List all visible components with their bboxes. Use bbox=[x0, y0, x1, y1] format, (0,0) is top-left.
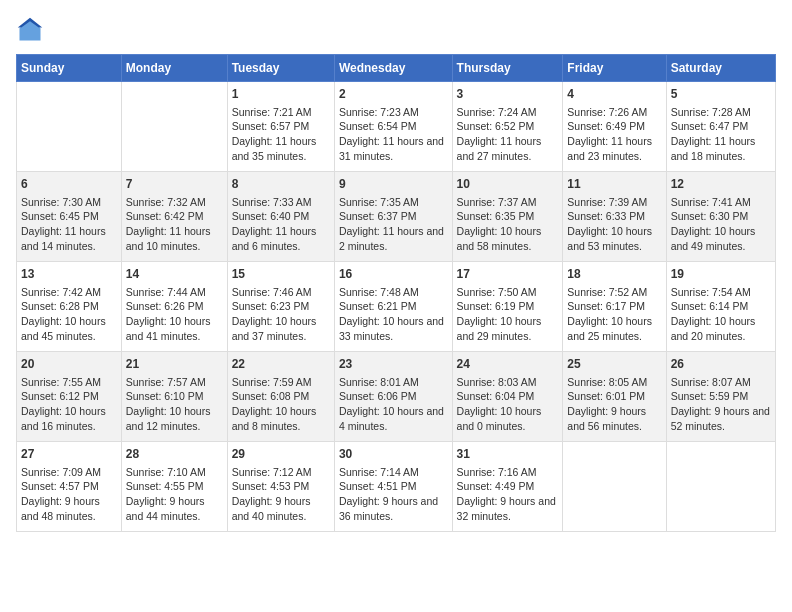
header-friday: Friday bbox=[563, 55, 666, 82]
day-number: 21 bbox=[126, 356, 223, 373]
day-info: Sunrise: 7:52 AM Sunset: 6:17 PM Dayligh… bbox=[567, 285, 661, 344]
calendar-cell: 15Sunrise: 7:46 AM Sunset: 6:23 PM Dayli… bbox=[227, 262, 334, 352]
day-info: Sunrise: 8:03 AM Sunset: 6:04 PM Dayligh… bbox=[457, 375, 559, 434]
calendar-cell bbox=[666, 442, 775, 532]
day-info: Sunrise: 7:46 AM Sunset: 6:23 PM Dayligh… bbox=[232, 285, 330, 344]
header-wednesday: Wednesday bbox=[334, 55, 452, 82]
header-tuesday: Tuesday bbox=[227, 55, 334, 82]
day-number: 25 bbox=[567, 356, 661, 373]
day-info: Sunrise: 7:55 AM Sunset: 6:12 PM Dayligh… bbox=[21, 375, 117, 434]
day-number: 26 bbox=[671, 356, 771, 373]
logo-icon bbox=[16, 16, 44, 44]
day-info: Sunrise: 7:24 AM Sunset: 6:52 PM Dayligh… bbox=[457, 105, 559, 164]
day-info: Sunrise: 7:23 AM Sunset: 6:54 PM Dayligh… bbox=[339, 105, 448, 164]
day-info: Sunrise: 7:48 AM Sunset: 6:21 PM Dayligh… bbox=[339, 285, 448, 344]
day-number: 10 bbox=[457, 176, 559, 193]
day-number: 22 bbox=[232, 356, 330, 373]
day-number: 19 bbox=[671, 266, 771, 283]
calendar-cell: 31Sunrise: 7:16 AM Sunset: 4:49 PM Dayli… bbox=[452, 442, 563, 532]
calendar-cell: 20Sunrise: 7:55 AM Sunset: 6:12 PM Dayli… bbox=[17, 352, 122, 442]
day-info: Sunrise: 7:39 AM Sunset: 6:33 PM Dayligh… bbox=[567, 195, 661, 254]
day-number: 11 bbox=[567, 176, 661, 193]
calendar-cell: 30Sunrise: 7:14 AM Sunset: 4:51 PM Dayli… bbox=[334, 442, 452, 532]
day-info: Sunrise: 7:32 AM Sunset: 6:42 PM Dayligh… bbox=[126, 195, 223, 254]
calendar-cell bbox=[17, 82, 122, 172]
day-number: 24 bbox=[457, 356, 559, 373]
day-number: 3 bbox=[457, 86, 559, 103]
day-info: Sunrise: 7:37 AM Sunset: 6:35 PM Dayligh… bbox=[457, 195, 559, 254]
day-info: Sunrise: 7:26 AM Sunset: 6:49 PM Dayligh… bbox=[567, 105, 661, 164]
calendar-table: SundayMondayTuesdayWednesdayThursdayFrid… bbox=[16, 54, 776, 532]
day-info: Sunrise: 7:44 AM Sunset: 6:26 PM Dayligh… bbox=[126, 285, 223, 344]
calendar-cell: 6Sunrise: 7:30 AM Sunset: 6:45 PM Daylig… bbox=[17, 172, 122, 262]
day-number: 12 bbox=[671, 176, 771, 193]
day-number: 20 bbox=[21, 356, 117, 373]
day-number: 13 bbox=[21, 266, 117, 283]
calendar-cell: 10Sunrise: 7:37 AM Sunset: 6:35 PM Dayli… bbox=[452, 172, 563, 262]
calendar-cell: 18Sunrise: 7:52 AM Sunset: 6:17 PM Dayli… bbox=[563, 262, 666, 352]
calendar-cell: 11Sunrise: 7:39 AM Sunset: 6:33 PM Dayli… bbox=[563, 172, 666, 262]
week-row-2: 6Sunrise: 7:30 AM Sunset: 6:45 PM Daylig… bbox=[17, 172, 776, 262]
day-info: Sunrise: 7:54 AM Sunset: 6:14 PM Dayligh… bbox=[671, 285, 771, 344]
day-info: Sunrise: 7:42 AM Sunset: 6:28 PM Dayligh… bbox=[21, 285, 117, 344]
calendar-cell: 2Sunrise: 7:23 AM Sunset: 6:54 PM Daylig… bbox=[334, 82, 452, 172]
day-number: 2 bbox=[339, 86, 448, 103]
day-info: Sunrise: 7:30 AM Sunset: 6:45 PM Dayligh… bbox=[21, 195, 117, 254]
day-number: 28 bbox=[126, 446, 223, 463]
calendar-cell: 17Sunrise: 7:50 AM Sunset: 6:19 PM Dayli… bbox=[452, 262, 563, 352]
day-info: Sunrise: 7:10 AM Sunset: 4:55 PM Dayligh… bbox=[126, 465, 223, 524]
header-monday: Monday bbox=[121, 55, 227, 82]
calendar-cell: 23Sunrise: 8:01 AM Sunset: 6:06 PM Dayli… bbox=[334, 352, 452, 442]
day-info: Sunrise: 8:01 AM Sunset: 6:06 PM Dayligh… bbox=[339, 375, 448, 434]
calendar-cell: 28Sunrise: 7:10 AM Sunset: 4:55 PM Dayli… bbox=[121, 442, 227, 532]
calendar-cell: 25Sunrise: 8:05 AM Sunset: 6:01 PM Dayli… bbox=[563, 352, 666, 442]
calendar-cell: 19Sunrise: 7:54 AM Sunset: 6:14 PM Dayli… bbox=[666, 262, 775, 352]
day-number: 4 bbox=[567, 86, 661, 103]
day-info: Sunrise: 7:50 AM Sunset: 6:19 PM Dayligh… bbox=[457, 285, 559, 344]
calendar-cell: 21Sunrise: 7:57 AM Sunset: 6:10 PM Dayli… bbox=[121, 352, 227, 442]
calendar-cell: 12Sunrise: 7:41 AM Sunset: 6:30 PM Dayli… bbox=[666, 172, 775, 262]
logo bbox=[16, 16, 48, 44]
day-number: 29 bbox=[232, 446, 330, 463]
week-row-5: 27Sunrise: 7:09 AM Sunset: 4:57 PM Dayli… bbox=[17, 442, 776, 532]
day-number: 17 bbox=[457, 266, 559, 283]
day-number: 1 bbox=[232, 86, 330, 103]
calendar-cell bbox=[121, 82, 227, 172]
calendar-cell: 22Sunrise: 7:59 AM Sunset: 6:08 PM Dayli… bbox=[227, 352, 334, 442]
day-number: 6 bbox=[21, 176, 117, 193]
calendar-cell: 27Sunrise: 7:09 AM Sunset: 4:57 PM Dayli… bbox=[17, 442, 122, 532]
calendar-cell: 26Sunrise: 8:07 AM Sunset: 5:59 PM Dayli… bbox=[666, 352, 775, 442]
day-info: Sunrise: 7:57 AM Sunset: 6:10 PM Dayligh… bbox=[126, 375, 223, 434]
header-sunday: Sunday bbox=[17, 55, 122, 82]
day-number: 5 bbox=[671, 86, 771, 103]
calendar-cell bbox=[563, 442, 666, 532]
day-info: Sunrise: 7:28 AM Sunset: 6:47 PM Dayligh… bbox=[671, 105, 771, 164]
week-row-1: 1Sunrise: 7:21 AM Sunset: 6:57 PM Daylig… bbox=[17, 82, 776, 172]
header-saturday: Saturday bbox=[666, 55, 775, 82]
calendar-cell: 16Sunrise: 7:48 AM Sunset: 6:21 PM Dayli… bbox=[334, 262, 452, 352]
calendar-cell: 24Sunrise: 8:03 AM Sunset: 6:04 PM Dayli… bbox=[452, 352, 563, 442]
day-info: Sunrise: 7:35 AM Sunset: 6:37 PM Dayligh… bbox=[339, 195, 448, 254]
page-header bbox=[16, 16, 776, 44]
calendar-cell: 3Sunrise: 7:24 AM Sunset: 6:52 PM Daylig… bbox=[452, 82, 563, 172]
day-info: Sunrise: 7:16 AM Sunset: 4:49 PM Dayligh… bbox=[457, 465, 559, 524]
day-number: 8 bbox=[232, 176, 330, 193]
calendar-cell: 29Sunrise: 7:12 AM Sunset: 4:53 PM Dayli… bbox=[227, 442, 334, 532]
day-info: Sunrise: 8:07 AM Sunset: 5:59 PM Dayligh… bbox=[671, 375, 771, 434]
header-thursday: Thursday bbox=[452, 55, 563, 82]
day-number: 9 bbox=[339, 176, 448, 193]
calendar-cell: 1Sunrise: 7:21 AM Sunset: 6:57 PM Daylig… bbox=[227, 82, 334, 172]
day-number: 18 bbox=[567, 266, 661, 283]
day-info: Sunrise: 7:33 AM Sunset: 6:40 PM Dayligh… bbox=[232, 195, 330, 254]
calendar-header-row: SundayMondayTuesdayWednesdayThursdayFrid… bbox=[17, 55, 776, 82]
day-info: Sunrise: 8:05 AM Sunset: 6:01 PM Dayligh… bbox=[567, 375, 661, 434]
day-info: Sunrise: 7:12 AM Sunset: 4:53 PM Dayligh… bbox=[232, 465, 330, 524]
calendar-cell: 13Sunrise: 7:42 AM Sunset: 6:28 PM Dayli… bbox=[17, 262, 122, 352]
day-number: 15 bbox=[232, 266, 330, 283]
svg-marker-0 bbox=[20, 20, 41, 41]
day-info: Sunrise: 7:41 AM Sunset: 6:30 PM Dayligh… bbox=[671, 195, 771, 254]
week-row-4: 20Sunrise: 7:55 AM Sunset: 6:12 PM Dayli… bbox=[17, 352, 776, 442]
calendar-cell: 4Sunrise: 7:26 AM Sunset: 6:49 PM Daylig… bbox=[563, 82, 666, 172]
week-row-3: 13Sunrise: 7:42 AM Sunset: 6:28 PM Dayli… bbox=[17, 262, 776, 352]
calendar-cell: 7Sunrise: 7:32 AM Sunset: 6:42 PM Daylig… bbox=[121, 172, 227, 262]
